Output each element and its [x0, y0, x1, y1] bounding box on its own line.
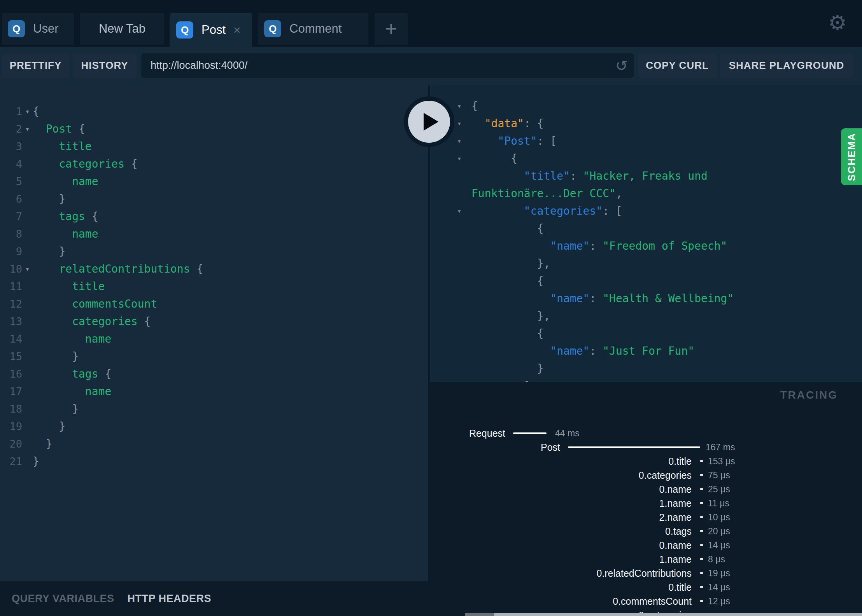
fold-arrow-icon[interactable]: ▾ [457, 150, 461, 167]
editor-line[interactable]: 20 } [0, 435, 428, 453]
editor-line[interactable]: 7 tags { [0, 208, 428, 225]
editor-line[interactable]: 1▾{ [0, 103, 428, 120]
editor-line[interactable]: 16 tags { [0, 365, 428, 383]
horizontal-scrollbar-thumb[interactable] [465, 613, 494, 616]
editor-line[interactable]: 19 } [0, 418, 428, 435]
fold-gutter [22, 313, 33, 330]
fold-gutter [22, 155, 33, 173]
tracing-panel: TRACING Request44 msPost167 ms0.title153… [428, 382, 862, 616]
trace-label: 0.categories [639, 468, 692, 482]
trace-row: Request44 ms [428, 426, 862, 440]
play-icon [424, 113, 438, 131]
settings-gear-icon[interactable]: ⚙ [826, 12, 849, 34]
editor-line[interactable]: 4 categories { [0, 155, 428, 173]
tab-comment[interactable]: QComment [258, 13, 368, 45]
query-badge-icon: Q [264, 20, 281, 37]
tracing-title: TRACING [780, 389, 838, 401]
line-number: 11 [0, 278, 22, 295]
code-text: { [33, 103, 39, 120]
toolbar: PRETTIFY HISTORY ↺ COPY CURL SHARE PLAYG… [0, 47, 862, 86]
editor-line[interactable]: 14 name [0, 330, 428, 348]
editor-line[interactable]: 21} [0, 453, 428, 470]
schema-side-tab[interactable]: SCHEMA [841, 128, 862, 185]
editor-line[interactable]: 18 } [0, 400, 428, 418]
tab-new-tab[interactable]: New Tab [80, 13, 164, 45]
response-line: ▾ "data": { [430, 115, 862, 132]
response-json: ▾{▾ "data": {▾ "Post": [▾ { "title": "Ha… [430, 97, 862, 382]
trace-duration: 75 μs [708, 468, 730, 482]
trace-duration: 8 μs [708, 552, 725, 566]
response-pane[interactable]: ▾{▾ "data": {▾ "Post": [▾ { "title": "Ha… [428, 86, 862, 382]
trace-duration: 14 μs [708, 580, 730, 594]
tab-post[interactable]: QPost× [170, 13, 252, 47]
editor-line[interactable]: 8 name [0, 225, 428, 243]
http-headers-tab[interactable]: HTTP HEADERS [128, 593, 212, 605]
line-number: 13 [0, 313, 22, 330]
share-playground-button[interactable]: SHARE PLAYGROUND [720, 53, 853, 78]
editor-line[interactable]: 2▾ Post { [0, 120, 428, 138]
response-line: ▾ { [430, 150, 862, 167]
code-text: title [33, 278, 105, 295]
editor-line[interactable]: 15 } [0, 348, 428, 365]
reload-endpoint-icon[interactable]: ↺ [610, 53, 633, 78]
tab-label: User [33, 22, 58, 36]
fold-arrow-icon[interactable]: ▾ [22, 103, 33, 120]
horizontal-scrollbar[interactable] [494, 613, 862, 616]
trace-duration: 153 μs [708, 454, 735, 468]
fold-gutter [22, 295, 33, 313]
fold-arrow-icon[interactable]: ▾ [457, 115, 461, 132]
fold-gutter [22, 400, 33, 418]
line-number: 4 [0, 155, 22, 173]
query-variables-tab[interactable]: QUERY VARIABLES [12, 593, 114, 605]
trace-duration: 12 μs [708, 594, 730, 608]
query-editor-pane[interactable]: 1▾{2▾ Post {3 title4 categories {5 name6… [0, 86, 428, 616]
copy-curl-button[interactable]: COPY CURL [638, 53, 717, 78]
execute-query-button[interactable] [404, 96, 454, 147]
code-text: categories { [33, 313, 151, 330]
trace-tick [700, 544, 703, 546]
tab-user[interactable]: QUser [2, 13, 74, 45]
code-text: name [33, 225, 98, 243]
editor-line[interactable]: 12 commentsCount [0, 295, 428, 313]
line-number: 15 [0, 348, 22, 365]
fold-arrow-icon[interactable]: ▾ [457, 132, 461, 150]
fold-arrow-icon[interactable]: ▾ [457, 97, 461, 115]
fold-arrow-icon[interactable]: ▾ [22, 260, 33, 278]
editor-line[interactable]: 11 title [0, 278, 428, 295]
editor-line[interactable]: 13 categories { [0, 313, 428, 330]
editor-line[interactable]: 9 } [0, 243, 428, 260]
query-editor-lines[interactable]: 1▾{2▾ Post {3 title4 categories {5 name6… [0, 103, 428, 470]
schema-side-tab-label: SCHEMA [846, 133, 858, 181]
query-badge-icon: Q [8, 20, 25, 37]
trace-row: 2.name10 μs [428, 510, 862, 524]
fold-gutter [22, 365, 33, 383]
fold-arrow-icon[interactable]: ▾ [22, 120, 33, 138]
trace-row: Post167 ms [428, 440, 862, 454]
trace-row: 0.commentsCount12 μs [428, 594, 862, 608]
prettify-button[interactable]: PRETTIFY [2, 53, 69, 78]
fold-arrow-icon[interactable]: ▾ [457, 202, 461, 220]
response-line: { [430, 325, 862, 342]
response-line: ▾ "Post": [ [430, 132, 862, 150]
history-button[interactable]: HISTORY [73, 53, 137, 78]
editor-line[interactable]: 5 name [0, 173, 428, 190]
fold-gutter [22, 383, 33, 400]
fold-gutter [22, 348, 33, 365]
trace-row: 0.title153 μs [428, 454, 862, 468]
trace-label: 0.tags [665, 524, 692, 538]
editor-footer-bar: QUERY VARIABLES HTTP HEADERS [0, 581, 428, 616]
code-text: } [33, 453, 39, 470]
line-number: 10 [0, 260, 22, 278]
fold-gutter [22, 190, 33, 208]
editor-line[interactable]: 10▾ relatedContributions { [0, 260, 428, 278]
endpoint-url-input[interactable] [141, 53, 634, 78]
trace-label: Post [541, 440, 560, 454]
close-tab-icon[interactable]: × [233, 24, 241, 36]
trace-duration: 20 μs [708, 524, 730, 538]
editor-line[interactable]: 17 name [0, 383, 428, 400]
new-tab-button[interactable]: + [375, 13, 408, 45]
trace-row: 1.name8 μs [428, 552, 862, 566]
line-number: 3 [0, 138, 22, 155]
editor-line[interactable]: 3 title [0, 138, 428, 155]
editor-line[interactable]: 6 } [0, 190, 428, 208]
